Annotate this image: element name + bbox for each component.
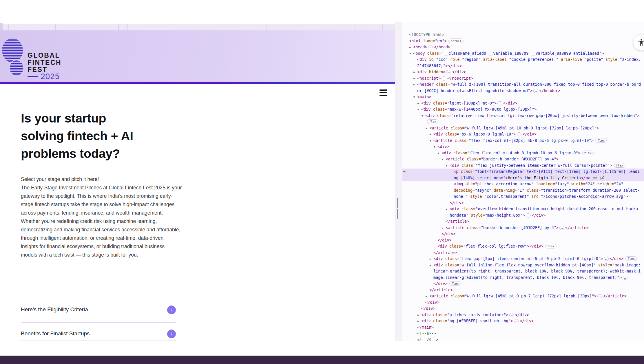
devtools-node-line[interactable]: ▼<div class="flex flex-col mt-4 mb-8 lg:… — [402, 150, 644, 156]
node-expand-arrow-icon[interactable]: ▼ — [430, 138, 433, 144]
devtools-node-line[interactable]: 2147483647;"></div> — [402, 63, 644, 69]
devtools-node-line[interactable]: ▶<article class="w-full lg:w-[45%] pt-0 … — [402, 293, 644, 299]
devtools-node-line[interactable]: </article> — [402, 218, 644, 225]
node-expand-arrow-icon[interactable]: ▼ — [434, 144, 437, 150]
collapsed-children-ellipsis[interactable]: … — [428, 45, 433, 49]
devtools-node-line[interactable]: ▶<div class="bg-[#F8F6FF] spotlight-bg">… — [402, 318, 644, 324]
node-expand-arrow-icon[interactable]: ▼ — [442, 156, 446, 162]
devtools-splitter[interactable] — [395, 22, 402, 341]
devtools-node-line[interactable]: decoding="async" data-nimg="1" class="tr… — [402, 187, 644, 194]
devtools-node-line[interactable]: ▶<div class="w-full inline-flex flex-now… — [402, 262, 644, 268]
flex-badge[interactable]: flex — [625, 256, 637, 261]
collapsed-children-ellipsis[interactable]: … — [517, 132, 522, 136]
flex-badge[interactable]: flex — [545, 244, 557, 248]
devtools-node-line[interactable]: ▼<div> — [402, 144, 644, 150]
collapsed-children-ellipsis[interactable]: … — [526, 213, 531, 217]
accordion-expand-button[interactable]: ↓ — [167, 330, 176, 338]
devtools-node-line[interactable]: ▶<header class="w-full z-[100] transitio… — [402, 81, 644, 88]
gff-logo[interactable]: GLOBALFINTECHFEST 2025 — [2, 34, 65, 80]
node-expand-arrow-icon[interactable]: ▶ — [413, 69, 417, 75]
devtools-node-line[interactable]: <!--$--> — [402, 330, 644, 337]
accordion-label[interactable]: Benefits for Finalist Startups — [21, 330, 90, 337]
devtools-node-line[interactable]: ▼<div class="flex justify-between items-… — [402, 162, 644, 169]
devtools-node-line[interactable]: </div> — [402, 306, 644, 312]
devtools-node-line[interactable]: <html lang="en">scroll — [402, 38, 644, 44]
node-expand-arrow-icon[interactable]: ▼ — [426, 125, 429, 131]
node-expand-arrow-icon[interactable]: ▶ — [413, 82, 417, 88]
devtools-node-line[interactable]: </div> — [402, 200, 644, 206]
devtools-node-line[interactable]: ▼<div class="relative flex flex-col lg:f… — [402, 113, 644, 119]
devtools-node-line[interactable]: ▼<body class="__className_af1ed0 __varia… — [402, 50, 644, 57]
collapsed-children-ellipsis[interactable]: … — [597, 294, 602, 298]
devtools-node-line[interactable]: hondata" style="max-height:0px">…</div> — [402, 212, 644, 219]
devtools-node-line[interactable]: ▼<main> — [402, 94, 644, 100]
node-expand-arrow-icon[interactable]: ▼ — [446, 163, 450, 169]
collapsed-children-ellipsis[interactable]: … — [509, 313, 514, 317]
devtools-node-line[interactable]: ▶<article class="border-b border-[#D1D2F… — [402, 225, 644, 231]
collapsed-children-ellipsis[interactable]: … — [442, 76, 446, 81]
node-expand-arrow-icon[interactable]: ▼ — [438, 150, 442, 156]
devtools-node-line[interactable]: ▼<article class="border-b border-[#D1D2F… — [402, 156, 644, 162]
node-expand-arrow-icon[interactable]: ▶ — [426, 293, 429, 299]
node-expand-arrow-icon[interactable]: ▼ — [409, 51, 413, 57]
flex-badge[interactable]: flex — [614, 163, 625, 168]
devtools-node-line[interactable]: ▶<div class="pitches-cards-container">…<… — [402, 312, 644, 318]
node-expand-arrow-icon[interactable]: ▶ — [430, 262, 433, 268]
devtools-node-line[interactable]: ▶<div class="lg:mt-[100px] mt-0">…</div> — [402, 100, 644, 107]
devtools-node-line[interactable]: ▶<div class="overflow-hidden transition-… — [402, 206, 644, 212]
collapsed-children-ellipsis[interactable]: … — [497, 101, 502, 105]
node-expand-arrow-icon[interactable]: ▶ — [442, 225, 446, 231]
devtools-node-line[interactable]: ▶<noscript>…</noscript> — [402, 75, 644, 82]
flex-badge[interactable]: flex — [449, 281, 461, 286]
collapsed-children-ellipsis[interactable]: … — [446, 70, 451, 74]
devtools-node-line[interactable]: ▼<article class="w-full lg:w-[45%] pt-10… — [402, 125, 644, 131]
devtools-node-line[interactable]: er-[#CCC] header-glassEffect bg-white sh… — [402, 88, 644, 94]
accordion-label[interactable]: Here's the Eligibility Criteria — [21, 306, 88, 313]
devtools-node-line[interactable]: ▶<div hidden>…</div> — [402, 69, 644, 75]
hamburger-menu-icon[interactable] — [380, 89, 388, 97]
node-expand-arrow-icon[interactable]: ▼ — [417, 107, 421, 113]
devtools-node-line[interactable]: ▶<div class="flex gap-[5px] items-center… — [402, 256, 644, 262]
devtools-node-line[interactable]: </div>flex — [402, 281, 644, 287]
devtools-node-line[interactable]: ▼<div class="max-w-[1440px] mx-auto lg:p… — [402, 106, 644, 113]
devtools-node-line[interactable]: ▶<head>…</head> — [402, 44, 644, 50]
node-menu-dots-icon[interactable]: ⋯ — [403, 169, 406, 175]
devtools-node-line[interactable]: </article> — [402, 287, 644, 293]
node-expand-arrow-icon[interactable]: ▶ — [413, 76, 417, 82]
devtools-node-line[interactable]: mage:linear-gradient(to right, transpare… — [402, 275, 644, 281]
devtools-node-line[interactable]: </div> — [402, 231, 644, 237]
devtools-node-selected[interactable]: ⋯<p class="font-firaSansRegular text-[#1… — [402, 169, 644, 175]
devtools-node-line[interactable]: </div> — [402, 299, 644, 306]
devtools-node-line[interactable]: ▶<div class="px-6 lg:px-0 lg:ml-10">…</d… — [402, 131, 644, 138]
collapsed-children-ellipsis[interactable]: … — [514, 319, 519, 323]
devtools-node-line[interactable]: </main> — [402, 324, 644, 331]
node-expand-arrow-icon[interactable]: ▶ — [446, 206, 450, 212]
devtools-node-line[interactable]: linear-gradient(to right, transparent, b… — [402, 268, 644, 275]
scroll-badge[interactable]: scroll — [448, 39, 464, 43]
devtools-node-line[interactable]: <div id="ccc" role="region" aria-label="… — [402, 56, 644, 63]
devtools-node-line[interactable]: <div class="flex flex-col lg:flex-row"><… — [402, 243, 644, 250]
flex-badge[interactable]: flex — [427, 119, 438, 124]
collapsed-children-ellipsis[interactable]: … — [533, 89, 538, 93]
devtools-node-line[interactable]: <!--/$--> — [402, 337, 644, 341]
devtools-node-selected[interactable]: ng-[140%] select-none">Here's the Eligib… — [402, 175, 644, 181]
devtools-node-line[interactable]: </div> — [402, 237, 644, 244]
node-expand-arrow-icon[interactable]: ▶ — [417, 100, 421, 107]
flex-badge[interactable]: flex — [582, 151, 594, 155]
devtools-node-line[interactable]: </article> — [402, 250, 644, 256]
devtools-node-line[interactable]: ▼<article class="flex flex-col mt-[32px]… — [402, 138, 644, 144]
collapsed-children-ellipsis[interactable]: … — [623, 276, 627, 280]
node-expand-arrow-icon[interactable]: ▶ — [417, 312, 421, 318]
flex-badge[interactable]: flex — [595, 138, 607, 143]
accordion-expand-button[interactable]: ↓ — [167, 306, 176, 314]
node-expand-arrow-icon[interactable]: ▶ — [409, 44, 413, 50]
node-expand-arrow-icon[interactable]: ▼ — [413, 94, 417, 100]
devtools-node-line[interactable]: none " style="color:transparent" src="/i… — [402, 193, 644, 200]
node-expand-arrow-icon[interactable]: ▼ — [422, 113, 425, 119]
devtools-node-line[interactable]: flex — [402, 119, 644, 125]
splitter-grip-icon[interactable] — [397, 198, 400, 208]
node-expand-arrow-icon[interactable]: ▶ — [430, 256, 433, 262]
collapsed-children-ellipsis[interactable]: … — [604, 257, 609, 261]
node-expand-arrow-icon[interactable]: ▶ — [430, 131, 433, 138]
devtools-elements-panel[interactable]: <!DOCTYPE html><html lang="en">scroll▶<h… — [402, 22, 644, 341]
